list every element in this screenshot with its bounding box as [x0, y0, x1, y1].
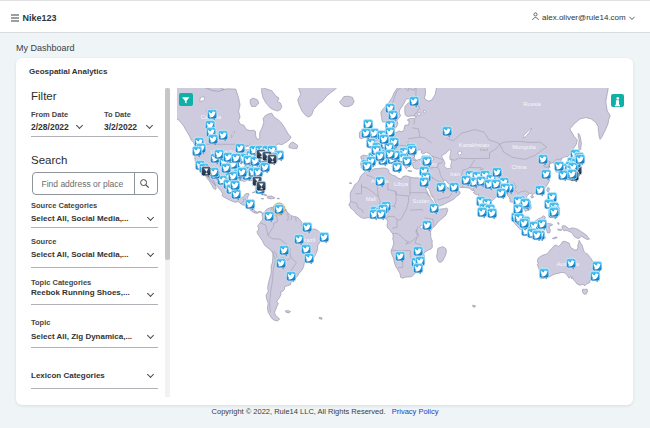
- svg-text:Libya: Libya: [394, 181, 409, 187]
- svg-text:Iran: Iran: [450, 171, 460, 177]
- svg-text:Mongolia: Mongolia: [512, 144, 536, 150]
- svg-text:Sudan: Sudan: [413, 198, 430, 204]
- svg-text:Mali: Mali: [366, 196, 377, 202]
- svg-text:Kazakhstan: Kazakhstan: [459, 142, 489, 148]
- svg-text:Russia: Russia: [523, 101, 541, 107]
- svg-text:China: China: [511, 164, 527, 170]
